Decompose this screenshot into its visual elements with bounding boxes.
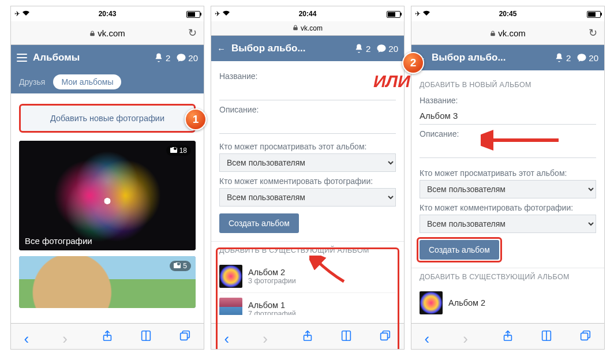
annotation-marker-2: 2 (402, 52, 424, 74)
notifications-button[interactable]: 2 (554, 52, 571, 63)
svg-rect-3 (380, 333, 387, 340)
page-title: Выбор альбо... (432, 52, 548, 63)
nav-back-button[interactable]: ‹ (224, 330, 237, 343)
section-existing-album: ДОБАВИТЬ В СУЩЕСТВУЮЩИЙ АЛЬБОМ (211, 241, 404, 257)
messages-button[interactable]: 20 (576, 52, 598, 63)
label-who-comment: Кто может комментировать фотографии: (420, 203, 596, 212)
tab-friends[interactable]: Друзья (19, 77, 45, 87)
wifi-icon (222, 10, 230, 18)
name-input[interactable] (420, 107, 596, 125)
tabs-button[interactable] (579, 329, 591, 344)
airplane-mode-icon: ✈︎ (215, 10, 220, 18)
msg-count: 20 (589, 53, 598, 63)
bell-icon (554, 52, 564, 63)
label-name: Название: (219, 72, 396, 81)
tab-my-albums[interactable]: Мои альбомы (53, 74, 121, 89)
album-sub: 3 фотографии (248, 277, 296, 285)
annotation-arrow (309, 256, 350, 284)
vk-header: Альбомы 2 20 (11, 45, 204, 70)
vk-header: ← Выбор альбо... 2 20 (411, 45, 604, 70)
name-input[interactable] (219, 83, 396, 100)
hamburger-icon (17, 54, 27, 62)
album-name: Альбом 1 (248, 301, 296, 310)
existing-album-item[interactable]: Альбом 2 (420, 287, 596, 319)
messages-button[interactable]: 20 (176, 52, 198, 63)
menu-button[interactable] (17, 54, 27, 62)
lock-icon (490, 28, 496, 38)
lock-icon (89, 28, 95, 38)
msg-count: 20 (188, 53, 198, 63)
add-photos-button[interactable]: Добавить новые фотографии (19, 104, 196, 133)
who-view-select[interactable]: Всем пользователям (219, 153, 396, 172)
existing-album-item[interactable]: Альбом 1 7 фотографий (219, 293, 396, 315)
bell-icon (354, 43, 364, 54)
nav-back-button[interactable]: ‹ (424, 330, 437, 343)
create-album-button[interactable]: Создать альбом (420, 240, 499, 260)
ios-status-bar: ✈︎ 20:45 (411, 6, 604, 21)
annotation-marker-1: 1 (185, 108, 207, 130)
album-thumb (420, 291, 443, 314)
page-title: Альбомы (33, 52, 148, 63)
who-view-select[interactable]: Всем пользователям (420, 180, 596, 198)
svg-rect-1 (180, 333, 187, 340)
status-time: 20:43 (61, 10, 154, 18)
nav-back-button[interactable]: ‹ (24, 330, 36, 343)
create-album-button[interactable]: Создать альбом (219, 213, 299, 233)
album-card-2[interactable]: 5 (19, 256, 196, 308)
nav-forward-button[interactable]: › (263, 330, 275, 343)
vk-header: ← Выбор альбо... 2 20 (211, 36, 404, 61)
notifications-button[interactable]: 2 (154, 52, 170, 63)
annotation-or-label: ИЛИ (373, 72, 410, 91)
notifications-button[interactable]: 2 (354, 43, 370, 54)
existing-album-item[interactable]: Альбом 2 3 фотографии (219, 260, 396, 293)
chat-icon (376, 43, 387, 54)
album-cover-image (19, 256, 196, 308)
msg-count: 20 (388, 44, 398, 54)
label-description: Описание: (219, 105, 396, 114)
status-time: 20:45 (461, 10, 555, 18)
album-sub: 7 фотографий (248, 310, 296, 315)
label-name: Название: (420, 96, 596, 105)
share-button[interactable] (301, 329, 314, 344)
nav-forward-button[interactable]: › (463, 330, 476, 343)
bookmarks-button[interactable] (140, 329, 152, 344)
notif-count: 2 (566, 53, 571, 63)
battery-icon (387, 11, 400, 18)
safari-url-bar[interactable]: vk.com ↻ (11, 21, 204, 45)
tabs-button[interactable] (178, 329, 191, 344)
camera-icon (170, 147, 177, 155)
album-tabs: Друзья Мои альбомы (11, 70, 204, 93)
bookmarks-button[interactable] (340, 329, 353, 344)
airplane-mode-icon: ✈︎ (415, 10, 421, 18)
share-button[interactable] (501, 329, 514, 344)
album-cover-image (19, 141, 196, 250)
section-existing-album: ДОБАВИТЬ В СУЩЕСТВУЮЩИЙ АЛЬБОМ (411, 268, 604, 283)
annotation-arrow (481, 129, 561, 152)
who-comment-select[interactable]: Всем пользователям (420, 215, 596, 233)
label-who-view: Кто может просматривать этот альбом: (420, 168, 596, 178)
album-all-photos[interactable]: 18 Все фотографии (19, 141, 196, 250)
album-thumb (219, 265, 242, 288)
notif-count: 2 (166, 53, 170, 63)
phone-screenshot-3: ✈︎ 20:45 vk.com ↻ ← Выбор альбо... 2 20 (411, 6, 605, 350)
safari-toolbar: ‹ › (211, 323, 404, 349)
share-button[interactable] (101, 329, 114, 344)
ios-status-bar: ✈︎ 20:44 (211, 6, 404, 21)
label-who-view: Кто может просматривать этот альбом: (219, 142, 396, 151)
ios-status-bar: ✈︎ 20:43 (11, 6, 204, 21)
label-who-comment: Кто может комментировать фотографии: (219, 177, 396, 186)
safari-url-bar[interactable]: vk.com (211, 21, 404, 36)
back-button[interactable]: ← (217, 44, 226, 54)
tabs-button[interactable] (379, 329, 391, 344)
bookmarks-button[interactable] (540, 329, 553, 344)
description-input[interactable] (219, 117, 396, 134)
who-comment-select[interactable]: Всем пользователям (219, 188, 396, 207)
messages-button[interactable]: 20 (376, 43, 398, 54)
safari-url-bar[interactable]: vk.com ↻ (411, 21, 604, 45)
reload-icon[interactable]: ↻ (188, 27, 197, 39)
album-name: Альбом 2 (448, 298, 485, 307)
section-new-album: ДОБАВИТЬ В НОВЫЙ АЛЬБОМ (411, 76, 604, 91)
nav-forward-button[interactable]: › (62, 330, 75, 343)
lock-icon (293, 24, 298, 32)
reload-icon[interactable]: ↻ (589, 27, 597, 39)
